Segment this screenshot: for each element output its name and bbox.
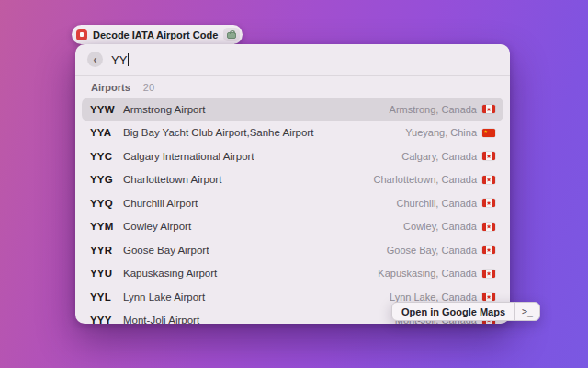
iata-code: YYQ [90, 198, 117, 209]
divider [75, 75, 510, 76]
canada-flag-icon [482, 223, 495, 231]
airport-name: Goose Bay Airport [123, 245, 209, 256]
airport-rows: YYW Armstrong Airport Armstrong, Canada … [75, 98, 510, 324]
shortcut-key-icon: >_ [515, 306, 539, 316]
table-row[interactable]: YYC Calgary International Airport Calgar… [82, 144, 503, 168]
open-in-google-maps-button[interactable]: Open in Google Maps >_ [391, 302, 540, 321]
iata-code: YYW [90, 104, 117, 115]
back-button[interactable]: ‹ [87, 52, 103, 67]
search-input[interactable]: YY [111, 52, 129, 67]
shortcut-action-button[interactable] [223, 28, 240, 41]
text-caret [128, 53, 129, 66]
airport-name: Lynn Lake Airport [123, 292, 205, 303]
canada-flag-icon [482, 270, 495, 278]
canada-flag-icon [482, 293, 495, 301]
table-row[interactable]: YYM Cowley Airport Cowley, Canada [82, 215, 503, 239]
airport-name: Churchill Airport [123, 198, 198, 209]
iata-code: YYU [90, 268, 117, 279]
table-row[interactable]: YYR Goose Bay Airport Goose Bay, Canada [82, 238, 503, 262]
stop-icon[interactable] [76, 29, 87, 40]
airport-list-window: ‹ YY Airports 20 YYW Armstrong Airport A… [75, 44, 510, 324]
chevron-left-icon: ‹ [94, 54, 97, 65]
iata-code: YYY [90, 315, 117, 324]
iata-code: YYC [90, 151, 117, 162]
iata-code: YYA [90, 127, 117, 138]
table-row[interactable]: YYU Kapuskasing Airport Kapuskasing, Can… [82, 262, 503, 286]
china-flag-icon [482, 129, 495, 137]
section-title: Airports [91, 82, 130, 93]
stop-square [80, 32, 85, 37]
iata-code: YYR [90, 245, 117, 256]
shortcut-title: Decode IATA Airport Code [93, 29, 218, 40]
airport-location: Churchill, Canada [397, 198, 477, 209]
airport-name: Charlottetown Airport [123, 174, 221, 185]
airport-location: Goose Bay, Canada [387, 245, 477, 256]
airport-location: Lynn Lake, Canada [390, 292, 477, 303]
table-row[interactable]: YYQ Churchill Airport Churchill, Canada [82, 191, 503, 215]
airport-name: Armstrong Airport [123, 104, 205, 115]
iata-code: YYM [90, 221, 117, 232]
canada-flag-icon [482, 105, 495, 113]
airport-name: Kapuskasing Airport [123, 268, 217, 279]
canada-flag-icon [482, 176, 495, 184]
canada-flag-icon [482, 199, 495, 207]
section-header: Airports 20 [91, 82, 154, 93]
airport-name: Cowley Airport [123, 221, 191, 232]
airport-location: Cowley, Canada [403, 221, 477, 232]
canada-flag-icon [482, 152, 495, 160]
airport-location: Calgary, Canada [401, 151, 477, 162]
iata-code: YYG [90, 174, 117, 185]
search-input-value: YY [111, 53, 127, 67]
table-row[interactable]: YYW Armstrong Airport Armstrong, Canada [82, 98, 503, 121]
iata-code: YYL [90, 292, 117, 303]
search-bar: ‹ YY [75, 44, 510, 75]
tooltip-label: Open in Google Maps [392, 306, 514, 317]
table-row[interactable]: YYG Charlottetown Airport Charlottetown,… [82, 168, 503, 192]
airport-location: Armstrong, Canada [390, 104, 477, 115]
bag-icon [227, 32, 236, 39]
airport-location: Charlottetown, Canada [373, 174, 477, 185]
canada-flag-icon [482, 246, 495, 254]
airport-name: Calgary International Airport [123, 151, 254, 162]
airport-name: Mont-Joli Airport [123, 315, 199, 324]
airport-location: Kapuskasing, Canada [378, 268, 477, 279]
section-count: 20 [143, 82, 154, 93]
running-shortcut-pill: Decode IATA Airport Code [72, 25, 243, 44]
airport-name: Big Bay Yacht Club Airport,Sanhe Airport [123, 127, 313, 138]
airport-location: Yueyang, China [405, 127, 477, 138]
table-row[interactable]: YYA Big Bay Yacht Club Airport,Sanhe Air… [82, 121, 503, 145]
